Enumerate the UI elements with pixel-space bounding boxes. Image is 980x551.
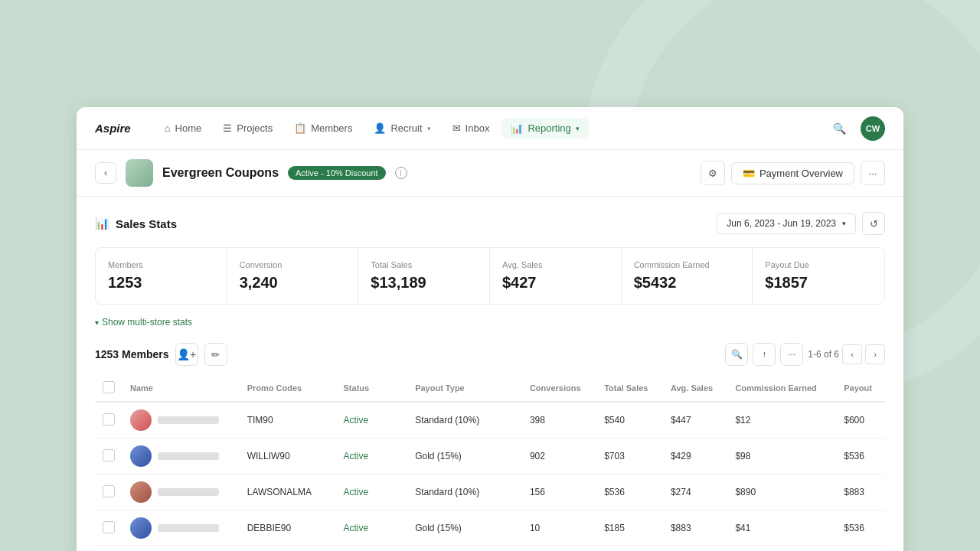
date-range-dropdown[interactable]: Jun 6, 2023 - Jun 19, 2023 ▾ (717, 213, 856, 234)
ellipsis-icon: ··· (869, 168, 877, 179)
stat-total-sales: Total Sales $13,189 (358, 248, 490, 304)
payout-type: Standard (10%) (407, 474, 522, 510)
payment-icon: 💳 (743, 168, 755, 179)
members-icon: 📋 (294, 122, 306, 134)
payout: $583 (836, 546, 885, 552)
commission-earned: $67 (727, 546, 836, 552)
gear-icon: ⚙ (708, 168, 717, 179)
member-name (158, 416, 219, 424)
prev-page-button[interactable]: ‹ (842, 344, 862, 364)
payout: $600 (836, 402, 885, 439)
add-member-button[interactable]: 👤+ (175, 343, 198, 366)
nav-item-inbox[interactable]: ✉ Inbox (443, 118, 499, 139)
col-status: Status (336, 375, 408, 402)
chevron-left-icon: ‹ (104, 168, 107, 178)
table-row: DEBBIE90 Active Gold (15%) 10 $185 $883 … (95, 510, 885, 546)
conversions: 723 (522, 546, 596, 552)
row-checkbox[interactable] (103, 521, 115, 533)
total-sales: $536 (596, 474, 663, 510)
name-cell (130, 481, 232, 503)
table-search-button[interactable]: 🔍 (725, 343, 748, 366)
member-avatar (130, 445, 152, 467)
user-avatar[interactable]: CW (861, 116, 885, 141)
refresh-button[interactable]: ↺ (862, 212, 885, 235)
conversions: 398 (522, 402, 596, 439)
pagination: 1-6 of 6 ‹ › (808, 344, 885, 364)
status-badge: Active (344, 523, 369, 533)
avg-sales: $447 (663, 402, 727, 439)
home-icon: ⌂ (165, 122, 171, 134)
stat-commission: Commission Earned $5432 (622, 248, 753, 304)
promo-code: WILLIW90 (240, 439, 336, 474)
chart-icon: 📊 (95, 217, 109, 230)
avg-sales: $274 (663, 474, 727, 510)
settings-button[interactable]: ⚙ (701, 161, 725, 185)
chevron-down-icon: ▾ (95, 318, 99, 327)
stat-payout-due: Payout Due $1857 (753, 248, 884, 304)
commission-earned: $41 (727, 510, 836, 546)
table-row: LAWSONALMA Active Standard (10%) 156 $53… (95, 474, 885, 510)
col-name: Name (122, 375, 240, 402)
more-options-button[interactable]: ··· (861, 161, 885, 185)
stat-avg-sales: Avg. Sales $427 (490, 248, 622, 304)
member-avatar (130, 481, 152, 503)
reporting-icon: 📊 (511, 122, 523, 134)
inbox-icon: ✉ (452, 122, 461, 134)
nav-item-members[interactable]: 📋 Members (285, 118, 361, 139)
status-badge: Active - 10% Discount (288, 166, 386, 180)
conversions: 902 (522, 439, 596, 474)
nav-item-home[interactable]: ⌂ Home (155, 118, 211, 139)
total-sales: $185 (596, 510, 663, 546)
commission-earned: $890 (727, 474, 836, 510)
share-button[interactable]: ↑ (753, 343, 776, 366)
status-badge: Active (344, 451, 369, 461)
member-avatar (130, 409, 152, 431)
promo-code: LAWSONALMA (240, 474, 336, 510)
payment-overview-button[interactable]: 💳 Payment Overview (731, 162, 854, 184)
conversions: 10 (522, 510, 596, 546)
name-cell (130, 445, 232, 467)
nav-item-projects[interactable]: ☰ Projects (214, 118, 282, 139)
row-checkbox[interactable] (103, 413, 115, 425)
member-name (158, 452, 219, 460)
payout: $536 (836, 510, 885, 546)
nav-item-recruit[interactable]: 👤 Recruit ▾ (364, 118, 439, 139)
promo-code: DEBBIE90 (240, 510, 336, 546)
col-conversions: Conversions (522, 375, 596, 402)
multi-store-link[interactable]: ▾ Show multi-store stats (95, 317, 885, 328)
payout-type: Gold (15%) (407, 439, 522, 474)
nav-item-reporting[interactable]: 📊 Reporting ▾ (501, 118, 588, 139)
row-checkbox[interactable] (103, 485, 115, 497)
select-all-checkbox[interactable] (103, 381, 115, 393)
promo-code: DEVON90 (240, 546, 336, 552)
col-payout-type: Payout Type (407, 375, 522, 402)
member-name (158, 524, 219, 532)
payout-type: Silver (12%) (407, 546, 522, 552)
recruit-icon: 👤 (374, 122, 386, 134)
payout: $536 (836, 439, 885, 474)
nav-items: ⌂ Home ☰ Projects 📋 Members 👤 Recruit ▾ … (155, 118, 827, 139)
member-avatar (130, 517, 152, 539)
commission-earned: $98 (727, 439, 836, 474)
search-button[interactable]: 🔍 (827, 116, 851, 141)
chevron-down-icon: ▾ (427, 125, 431, 132)
edit-button[interactable]: ✏ (204, 343, 227, 366)
date-range-picker: Jun 6, 2023 - Jun 19, 2023 ▾ ↺ (717, 212, 885, 235)
main-content: 📊 Sales Stats Jun 6, 2023 - Jun 19, 2023… (77, 197, 903, 551)
projects-icon: ☰ (223, 122, 232, 134)
payout: $883 (836, 474, 885, 510)
members-table: Name Promo Codes Status Payout Type Conv… (95, 375, 885, 551)
next-page-button[interactable]: › (865, 344, 885, 364)
stat-members: Members 1253 (96, 248, 227, 304)
info-icon[interactable]: i (395, 167, 407, 179)
total-sales: $540 (596, 402, 663, 439)
col-commission: Commission Earned (727, 375, 836, 402)
row-checkbox[interactable] (103, 449, 115, 461)
table-toolbar: 1253 Members 👤+ ✏ 🔍 ↑ ··· 1-6 of 6 ‹ › (95, 343, 885, 366)
back-button[interactable]: ‹ (95, 162, 116, 184)
stats-header: 📊 Sales Stats Jun 6, 2023 - Jun 19, 2023… (95, 212, 885, 235)
more-button[interactable]: ··· (780, 343, 803, 366)
stats-grid: Members 1253 Conversion 3,240 Total Sale… (95, 247, 885, 305)
section-title: 📊 Sales Stats (95, 217, 177, 230)
col-avg-sales: Avg. Sales (663, 375, 727, 402)
